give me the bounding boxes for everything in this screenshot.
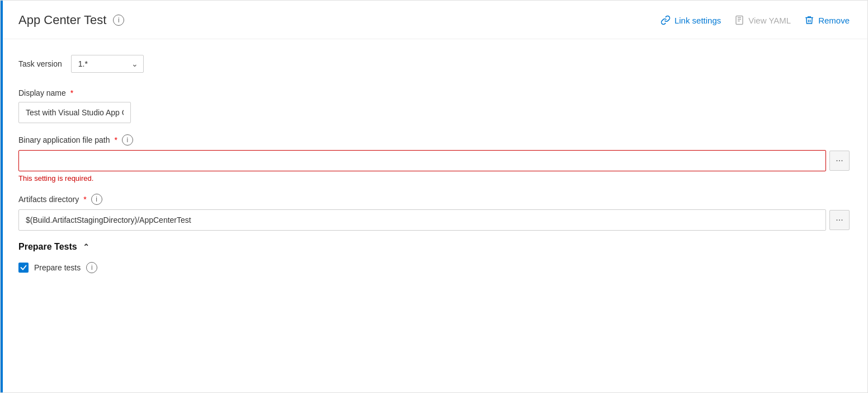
display-name-input[interactable] [18,102,131,123]
prepare-tests-info-icon[interactable]: i [86,262,97,273]
content-area: Task version 1.* 2.* 0.* ⌄ Display name … [1,39,867,289]
checkmark-icon [20,264,27,271]
task-version-select[interactable]: 1.* 2.* 0.* [71,55,144,73]
header-actions: Link settings View YAML Remove [661,15,850,25]
binary-path-error: This setting is required. [18,174,850,183]
yaml-icon [734,15,744,25]
display-name-label-row: Display name * [18,88,850,97]
artifacts-directory-field: Artifacts directory * i ··· [18,194,850,231]
link-icon [661,15,671,25]
binary-path-info-icon[interactable]: i [122,134,133,146]
title-info-icon[interactable]: i [113,15,124,26]
display-name-label: Display name [18,88,66,97]
blue-accent-bar [1,1,3,392]
header-left: App Center Test i [18,13,124,27]
binary-path-label-row: Binary application file path * i [18,134,850,146]
page-title: App Center Test [18,13,106,27]
prepare-tests-checkbox-row: Prepare tests i [18,262,850,273]
prepare-tests-checkbox[interactable] [18,263,29,273]
artifacts-directory-input-wrapper: ··· [18,209,850,231]
prepare-tests-title: Prepare Tests [18,242,77,252]
artifacts-directory-info-icon[interactable]: i [91,194,102,205]
artifacts-directory-browse-button[interactable]: ··· [829,210,850,230]
remove-button[interactable]: Remove [804,15,850,25]
artifacts-directory-label: Artifacts directory [18,195,79,204]
display-name-required: * [70,88,73,97]
header: App Center Test i Link settings View YAM… [1,1,867,39]
binary-path-browse-button[interactable]: ··· [829,151,850,171]
prepare-tests-section-header: Prepare Tests ⌃ [18,242,850,252]
task-version-select-wrapper: 1.* 2.* 0.* ⌄ [71,55,144,73]
prepare-tests-label: Prepare tests [34,263,81,272]
artifacts-directory-label-row: Artifacts directory * i [18,194,850,205]
view-yaml-button[interactable]: View YAML [734,15,791,25]
main-panel: App Center Test i Link settings View YAM… [0,0,868,393]
task-version-row: Task version 1.* 2.* 0.* ⌄ [18,55,850,73]
artifacts-directory-input[interactable] [18,209,826,231]
binary-path-label: Binary application file path [18,135,110,144]
link-settings-button[interactable]: Link settings [661,15,721,25]
artifacts-directory-required: * [83,195,86,204]
trash-icon [804,15,814,25]
display-name-field: Display name * [18,88,850,123]
binary-path-field: Binary application file path * i ··· Thi… [18,134,850,183]
binary-path-input-wrapper: ··· [18,150,850,171]
prepare-tests-chevron-icon[interactable]: ⌃ [83,242,89,251]
binary-path-input[interactable] [18,150,826,171]
task-version-label: Task version [18,59,62,68]
binary-path-required: * [114,135,117,144]
